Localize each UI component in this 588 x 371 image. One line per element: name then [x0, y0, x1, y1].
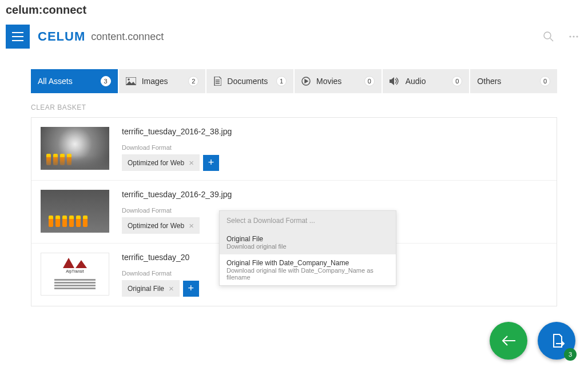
tab-audio[interactable]: Audio 0	[383, 69, 470, 93]
dropdown-search-input[interactable]: Select a Download Format ...	[220, 211, 396, 230]
tab-documents[interactable]: Documents 1	[206, 69, 293, 93]
search-button[interactable]	[540, 28, 557, 45]
tab-count-badge: 1	[276, 76, 287, 86]
option-title: Original File with Date_Company_Name	[227, 259, 389, 267]
menu-icon	[12, 32, 23, 41]
close-icon[interactable]: ×	[169, 284, 174, 293]
close-icon[interactable]: ×	[189, 221, 194, 230]
add-format-button[interactable]: +	[203, 155, 219, 171]
svg-rect-1	[12, 36, 23, 37]
more-icon	[568, 31, 579, 42]
chip-label: Original File	[128, 285, 164, 293]
tab-others[interactable]: Others 0	[470, 69, 557, 93]
tab-movies[interactable]: Movies 0	[295, 69, 382, 93]
asset-row: terrific_tuesday_2016-2_39.jpg Download …	[31, 181, 557, 244]
more-button[interactable]	[565, 28, 582, 45]
svg-point-10	[576, 35, 578, 37]
option-title: Original File	[227, 235, 389, 243]
tab-label: Documents	[227, 77, 271, 86]
chip-label: Optimized for Web	[128, 222, 184, 230]
tab-all-assets[interactable]: All Assets 3	[31, 69, 118, 93]
tab-label: Movies	[316, 77, 359, 86]
svg-point-9	[573, 35, 574, 37]
tab-count-badge: 3	[101, 76, 111, 86]
tabs: All Assets 3 Images 2 Documents 1 Movies…	[0, 53, 588, 93]
brand-name: CELUM	[38, 29, 85, 44]
svg-point-12	[128, 78, 130, 81]
tab-label: Others	[477, 77, 534, 86]
asset-list: terrific_tuesday_2016-2_38.jpg Download …	[31, 117, 557, 306]
asset-thumbnail[interactable]: AlpTransit	[41, 253, 109, 296]
asset-title: terrific_tuesday_2016-2_38.jpg	[122, 127, 547, 136]
svg-rect-0	[12, 32, 23, 33]
logo: CELUM content.connect	[38, 29, 164, 44]
tab-count-badge: 0	[364, 76, 375, 86]
tab-count-badge: 2	[188, 76, 198, 86]
audio-icon	[390, 77, 400, 85]
clear-basket-button[interactable]: CLEAR BASKET	[0, 93, 588, 117]
chip-label: Optimized for Web	[128, 159, 184, 167]
svg-point-6	[544, 32, 551, 39]
format-chip[interactable]: Original File ×	[122, 280, 180, 297]
svg-point-5	[12, 40, 13, 41]
add-format-button[interactable]: +	[183, 281, 199, 297]
svg-point-4	[12, 36, 13, 37]
image-icon	[126, 77, 136, 85]
tab-label: All Assets	[38, 77, 95, 86]
svg-rect-2	[12, 40, 23, 41]
menu-button[interactable]	[6, 25, 30, 49]
document-icon	[213, 77, 221, 86]
tab-label: Audio	[406, 77, 447, 86]
dropdown-option[interactable]: Original File with Date_Company_Name Dow…	[220, 254, 396, 285]
page-title: celum:connect	[0, 0, 588, 20]
asset-row: terrific_tuesday_2016-2_38.jpg Download …	[31, 118, 557, 181]
tab-count-badge: 0	[540, 76, 550, 86]
tab-images[interactable]: Images 2	[119, 69, 206, 93]
asset-thumbnail[interactable]	[41, 190, 109, 233]
asset-title: terrific_tuesday_2016-2_39.jpg	[122, 190, 547, 199]
tab-label: Images	[142, 77, 183, 86]
search-icon	[543, 31, 554, 42]
app-name: content.connect	[91, 31, 164, 43]
svg-point-3	[12, 32, 13, 33]
asset-thumbnail[interactable]	[41, 127, 109, 170]
format-chip[interactable]: Optimized for Web ×	[122, 154, 200, 171]
format-dropdown: Select a Download Format ... Original Fi…	[219, 210, 396, 286]
svg-line-7	[550, 38, 553, 41]
movie-icon	[301, 77, 311, 86]
dropdown-option[interactable]: Original File Download original file	[220, 230, 396, 254]
option-subtitle: Download original file with Date_Company…	[227, 267, 389, 281]
svg-point-8	[569, 35, 571, 37]
tab-count-badge: 0	[452, 76, 462, 86]
header: CELUM content.connect	[0, 20, 588, 53]
format-chip[interactable]: Optimized for Web ×	[122, 217, 200, 234]
format-label: Download Format	[122, 144, 547, 151]
option-subtitle: Download original file	[227, 243, 389, 250]
close-icon[interactable]: ×	[189, 158, 194, 167]
doc-logo-label: AlpTransit	[66, 269, 84, 273]
